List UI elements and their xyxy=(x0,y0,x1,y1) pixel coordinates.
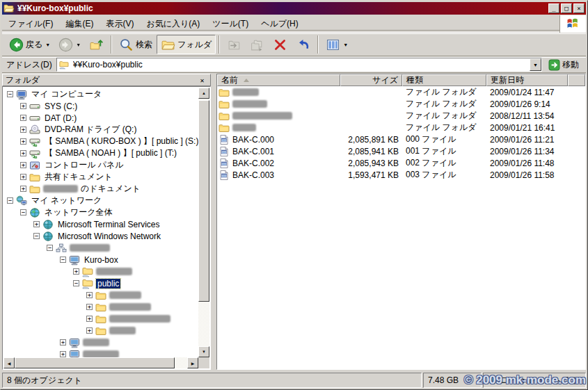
close-button[interactable]: × xyxy=(573,3,585,13)
tree-item[interactable]: + xyxy=(3,301,198,313)
address-input[interactable] xyxy=(72,59,530,70)
file-name-cell[interactable] xyxy=(217,122,340,133)
minimize-button[interactable]: _ xyxy=(548,3,559,13)
file-row[interactable]: BAK-C.0031,593,471 KB003 ファイル2009/01/26 … xyxy=(217,169,585,181)
forward-dropdown-icon[interactable]: ▼ xyxy=(76,42,81,47)
go-button[interactable]: 移動 xyxy=(546,57,583,72)
tree-item[interactable]: +DAT (D:) xyxy=(3,112,198,124)
maximize-button[interactable]: □ xyxy=(561,3,572,13)
tree-item[interactable]: −Microsoft Windows Network xyxy=(3,230,198,242)
tree-item[interactable]: +DVD-RAM ドライブ (Q:) xyxy=(3,124,198,136)
file-row[interactable]: ファイル フォルダ2008/12/11 13:54 xyxy=(217,110,585,122)
folders-button[interactable]: フォルダ xyxy=(157,35,216,54)
title-bar[interactable]: ¥¥Kuro-box¥public _ □ × xyxy=(2,2,586,15)
tree-item[interactable]: +【 SAMBA ( KURO-BOX ) 】[ public ] (S:) xyxy=(3,136,198,147)
tree-item[interactable]: + xyxy=(3,289,198,301)
column-header-modified[interactable]: 更新日時 xyxy=(486,74,568,86)
up-button[interactable] xyxy=(85,35,108,54)
copy-to-button[interactable] xyxy=(246,35,269,54)
search-button[interactable]: 検索 xyxy=(115,35,157,54)
file-name-cell[interactable] xyxy=(217,99,340,110)
collapse-icon[interactable]: − xyxy=(47,245,53,251)
tree-item[interactable]: −マイ ネットワーク xyxy=(3,195,198,206)
expand-icon[interactable]: + xyxy=(86,292,93,298)
tree-item-label[interactable]: Kuro-box xyxy=(83,255,120,265)
tree-horizontal-scrollbar[interactable]: ◀ ▶ xyxy=(3,357,198,368)
tree-item-label[interactable]: DAT (D:) xyxy=(43,113,78,123)
file-row[interactable]: BAK-C.0002,085,891 KB000 ファイル2009/01/26 … xyxy=(217,133,585,145)
tree-item-label[interactable]: SYS (C:) xyxy=(43,101,79,111)
forward-button[interactable]: ▼ xyxy=(54,35,85,54)
scroll-left-icon[interactable]: ◀ xyxy=(3,357,15,368)
expand-icon[interactable]: + xyxy=(86,304,93,310)
expand-icon[interactable]: + xyxy=(86,327,93,334)
tree-item[interactable]: +のドキュメント xyxy=(3,183,198,195)
tree-item-label[interactable]: ネットワーク全体 xyxy=(43,206,113,218)
collapse-icon[interactable]: − xyxy=(33,233,40,239)
expand-icon[interactable]: + xyxy=(20,174,26,180)
horizontal-scroll-thumb[interactable] xyxy=(15,357,175,368)
tree-item-label[interactable]: Microsoft Terminal Services xyxy=(56,220,161,229)
menu-help[interactable]: ヘルプ(H) xyxy=(255,16,305,32)
tree-item[interactable]: + xyxy=(3,348,198,357)
vertical-scroll-thumb[interactable] xyxy=(198,100,209,302)
close-folders-pane-icon[interactable]: ✕ xyxy=(197,76,207,85)
file-name-label[interactable]: BAK-C.000 xyxy=(232,135,274,145)
tree-item[interactable]: +共有ドキュメント xyxy=(3,171,198,183)
file-name-cell[interactable]: BAK-C.002 xyxy=(217,158,340,169)
file-name-cell[interactable]: BAK-C.000 xyxy=(217,134,340,145)
tree-item[interactable]: +SYS (C:) xyxy=(3,100,198,112)
expand-icon[interactable]: + xyxy=(20,150,26,156)
expand-icon[interactable]: + xyxy=(60,339,66,346)
tree-item-label[interactable]: マイ ネットワーク xyxy=(30,195,103,206)
menu-favorites[interactable]: お気に入り(A) xyxy=(140,16,206,32)
file-row[interactable]: ファイル フォルダ2009/01/26 9:14 xyxy=(217,98,585,110)
collapse-icon[interactable]: − xyxy=(7,197,13,204)
file-row[interactable]: BAK-C.0022,085,943 KB002 ファイル2009/01/26 … xyxy=(217,157,585,169)
file-row[interactable]: ファイル フォルダ2009/01/24 11:47 xyxy=(217,86,585,98)
file-row[interactable]: ファイル フォルダ2009/01/21 16:41 xyxy=(217,122,585,133)
tree-item-label[interactable]: 【 SAMBA ( KURO-BOX ) 】[ public ] (S:) xyxy=(43,136,198,147)
scroll-down-icon[interactable]: ▼ xyxy=(198,346,209,357)
tree-vertical-scrollbar[interactable]: ▲ ▼ xyxy=(198,88,209,357)
tree-item[interactable]: −public xyxy=(3,277,198,289)
address-combobox[interactable]: ▼ xyxy=(56,58,542,72)
tree-item-label[interactable]: コントロール パネル xyxy=(43,159,125,171)
back-dropdown-icon[interactable]: ▼ xyxy=(45,42,50,47)
move-to-button[interactable] xyxy=(223,35,246,54)
expand-icon[interactable]: + xyxy=(33,221,40,227)
views-dropdown-icon[interactable]: ▼ xyxy=(343,42,348,47)
file-name-label[interactable]: BAK-C.002 xyxy=(232,159,274,168)
column-header-name[interactable]: 名前 xyxy=(217,74,340,86)
column-header-type[interactable]: 種類 xyxy=(402,74,486,86)
tree-item-label[interactable]: のドキュメント xyxy=(79,183,142,195)
column-header-size[interactable]: サイズ xyxy=(340,74,402,86)
file-name-cell[interactable]: BAK-C.001 xyxy=(217,146,340,157)
tree-item[interactable]: + xyxy=(3,336,198,348)
tree-item[interactable]: +コントロール パネル xyxy=(3,159,198,171)
back-button[interactable]: 戻る ▼ xyxy=(5,35,54,54)
pane-splitter[interactable] xyxy=(211,74,216,370)
collapse-icon[interactable]: − xyxy=(60,257,66,263)
menu-view[interactable]: 表示(V) xyxy=(100,16,140,32)
tree-item-label[interactable]: マイ コンピュータ xyxy=(30,88,103,100)
tree-item[interactable]: +【 SAMBA ( NOAH ) 】[ public ] (T:) xyxy=(3,147,198,159)
tree-item[interactable]: −マイ コンピュータ xyxy=(3,88,198,100)
collapse-icon[interactable]: − xyxy=(20,209,26,216)
file-name-cell[interactable] xyxy=(217,111,340,122)
expand-icon[interactable]: + xyxy=(20,162,26,168)
expand-icon[interactable]: + xyxy=(73,268,79,275)
collapse-icon[interactable]: − xyxy=(7,91,13,97)
collapse-icon[interactable]: − xyxy=(73,280,79,286)
menu-tools[interactable]: ツール(T) xyxy=(206,16,255,32)
file-name-label[interactable]: BAK-C.003 xyxy=(232,170,274,180)
tree-item-label[interactable]: public xyxy=(96,279,120,289)
expand-icon[interactable]: + xyxy=(20,115,26,121)
tree-item[interactable]: + xyxy=(3,266,198,277)
expand-icon[interactable]: + xyxy=(20,138,26,145)
tree-item[interactable]: − xyxy=(3,242,198,254)
tree-item-label[interactable]: 共有ドキュメント xyxy=(43,171,114,183)
tree-item-label[interactable]: 【 SAMBA ( NOAH ) 】[ public ] (T:) xyxy=(43,147,178,159)
expand-icon[interactable]: + xyxy=(20,127,26,133)
tree-item[interactable]: + xyxy=(3,325,198,336)
